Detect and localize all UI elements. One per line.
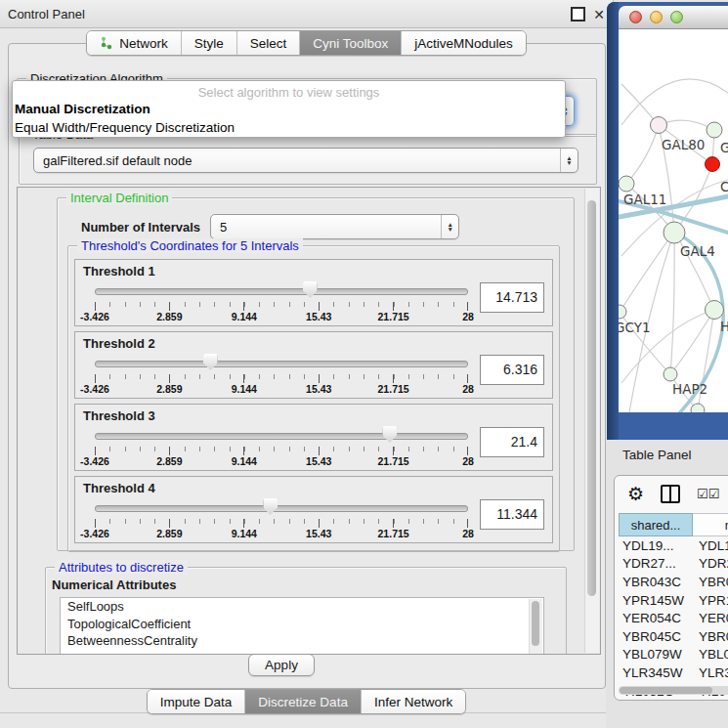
column-header-shared-name[interactable]: shared...: [619, 513, 693, 536]
threshold-slider[interactable]: -3.426 2.859 9.144 15.43 21.715 28: [95, 424, 468, 467]
tab-infer-network[interactable]: Infer Network: [362, 690, 465, 713]
table-row[interactable]: YPR145WYPR1: [619, 591, 728, 610]
node-label: GAL4: [680, 243, 715, 259]
tab-discretize-data[interactable]: Discretize Data: [245, 690, 362, 713]
node-label: H: [720, 319, 728, 334]
tab-label: Impute Data: [160, 695, 233, 709]
slider-track[interactable]: [95, 433, 468, 440]
tab-label: Infer Network: [374, 695, 452, 709]
select-columns-checkboxes-icon[interactable]: ☑☑: [697, 487, 719, 501]
control-panel-title: Control Panel: [8, 7, 85, 21]
slider-thumb[interactable]: [203, 354, 218, 370]
tab-style[interactable]: Style: [182, 31, 237, 55]
control-panel: Control Panel ✕ Network Style: [0, 0, 614, 728]
list-scrollbar[interactable]: [529, 599, 542, 655]
combo-stepper-icon[interactable]: ▲▼: [560, 149, 578, 172]
slider-tick-labels: -3.426 2.859 9.144 15.43 21.715 28: [95, 528, 468, 539]
network-node-selected[interactable]: [706, 157, 720, 172]
scrollbar-thumb[interactable]: [532, 601, 539, 646]
threshold-label: Threshold 2: [83, 336, 544, 351]
slider-thumb[interactable]: [382, 426, 397, 443]
tab-network[interactable]: Network: [87, 31, 182, 55]
list-item[interactable]: TopologicalCoefficient: [61, 616, 543, 633]
table-header: shared... na: [619, 513, 728, 536]
algorithm-popup-hint: Select algorithm to view settings: [13, 81, 565, 100]
threshold-value-field[interactable]: 6.316: [480, 355, 544, 385]
slider-thumb[interactable]: [263, 498, 278, 515]
network-node-hap2[interactable]: [664, 367, 677, 381]
slider-track[interactable]: [95, 361, 468, 367]
network-node[interactable]: [691, 404, 705, 412]
threshold-slider[interactable]: -3.426 2.859 9.144 15.43 21.715 28: [95, 279, 468, 322]
tab-label: Select: [250, 36, 287, 51]
table-row[interactable]: YDL19...YDL1: [619, 536, 728, 555]
threshold-panel: Threshold 1 -3.426 2.859 9.144: [74, 259, 553, 326]
close-icon[interactable]: ✕: [593, 8, 605, 21]
threshold-slider[interactable]: -3.426 2.859 9.144 15.43 21.715 28: [95, 496, 468, 539]
float-window-icon[interactable]: [571, 7, 585, 21]
network-node-gal11[interactable]: [619, 176, 634, 192]
network-canvas[interactable]: GAL80 G C GAL11 GAL4 GCY1 H HAP2: [619, 28, 728, 412]
bottom-tab-bar: Impute Data Discretize Data Infer Networ…: [0, 689, 613, 714]
columns-icon[interactable]: [661, 485, 680, 503]
number-of-intervals-combobox[interactable]: 5 ▲▼: [210, 214, 459, 239]
list-item[interactable]: SelfLoops: [61, 598, 543, 616]
table-row[interactable]: YBR045CYBR0: [619, 627, 728, 646]
tab-impute-data[interactable]: Impute Data: [148, 690, 246, 713]
minimize-traffic-light-icon[interactable]: [650, 11, 663, 23]
network-node-gcy1[interactable]: [619, 305, 626, 319]
scrollbar-thumb[interactable]: [620, 687, 712, 694]
table-row[interactable]: YBL079WYBL0: [619, 646, 728, 664]
tab-label: Style: [194, 36, 224, 51]
threshold-value-field[interactable]: 21.4: [480, 427, 544, 457]
tab-label: jActiveMNodules: [414, 36, 513, 51]
list-item[interactable]: BetweennessCentrality: [61, 632, 543, 650]
threshold-value-field[interactable]: 11.344: [480, 499, 544, 530]
tab-select[interactable]: Select: [237, 31, 301, 55]
tab-jactivemnodules[interactable]: jActiveMNodules: [402, 31, 526, 55]
table-row[interactable]: YER054CYER0: [619, 609, 728, 627]
scrollbar-thumb[interactable]: [587, 200, 596, 596]
zoom-traffic-light-icon[interactable]: [670, 11, 683, 23]
table-row[interactable]: YBR043CYBR0: [619, 573, 728, 591]
interval-definition-group: Interval Definition Number of Intervals …: [57, 197, 575, 551]
threshold-panel: Threshold 4 -3.426 2.859 9.144: [74, 476, 553, 543]
tab-label: Discretize Data: [258, 695, 348, 709]
table-data-value: galFiltered.sif default node: [34, 153, 560, 168]
network-node[interactable]: [707, 122, 722, 138]
close-traffic-light-icon[interactable]: [629, 11, 642, 23]
algorithm-option-manual[interactable]: Manual Discretization: [13, 100, 565, 118]
number-of-intervals-label: Number of Intervals: [81, 220, 200, 235]
numerical-attributes-label: Numerical Attributes: [52, 578, 566, 592]
network-node-gal4[interactable]: [664, 222, 685, 243]
table-row[interactable]: YDR27...YDR2: [619, 555, 728, 574]
slider-track[interactable]: [95, 505, 468, 512]
control-panel-titlebar: Control Panel ✕: [0, 0, 613, 28]
table-row[interactable]: YLR345WYLR3: [619, 664, 728, 682]
column-header-name[interactable]: na: [693, 513, 728, 536]
apply-button[interactable]: Apply: [248, 654, 315, 676]
node-label: GCY1: [619, 320, 651, 335]
tab-cyni-toolbox[interactable]: Cyni Toolbox: [300, 31, 402, 55]
node-label: G: [720, 140, 728, 155]
combo-stepper-icon[interactable]: ▲▼: [441, 215, 458, 238]
tab-label: Network: [119, 36, 168, 51]
network-window-titlebar[interactable]: [619, 6, 728, 29]
threshold-slider[interactable]: -3.426 2.859 9.144 15.43 21.715 28: [95, 352, 468, 395]
network-node-gal80[interactable]: [651, 117, 667, 134]
thresholds-group-label: Threshold's Coordinates for 5 Intervals: [77, 238, 303, 253]
table-data-combobox[interactable]: galFiltered.sif default node ▲▼: [33, 148, 578, 173]
settings-scrollbar[interactable]: [584, 189, 599, 653]
gear-icon[interactable]: ⚙: [627, 485, 644, 503]
slider-track[interactable]: [95, 288, 468, 295]
table-panel-title: Table Panel: [622, 448, 692, 462]
network-node[interactable]: [706, 301, 724, 320]
table-horizontal-scrollbar[interactable]: [619, 686, 728, 695]
node-label: GAL11: [623, 192, 666, 207]
table-body: YDL19...YDL1 YDR27...YDR2 YBR043CYBR0 YP…: [619, 536, 728, 700]
threshold-value-field[interactable]: 14.713: [480, 282, 544, 313]
algorithm-option-equal-width[interactable]: Equal Width/Frequency Discretization: [13, 118, 565, 137]
slider-thumb[interactable]: [303, 281, 318, 298]
node-label: C: [720, 179, 728, 194]
table-data-group: Table Data galFiltered.sif default node …: [19, 134, 597, 185]
